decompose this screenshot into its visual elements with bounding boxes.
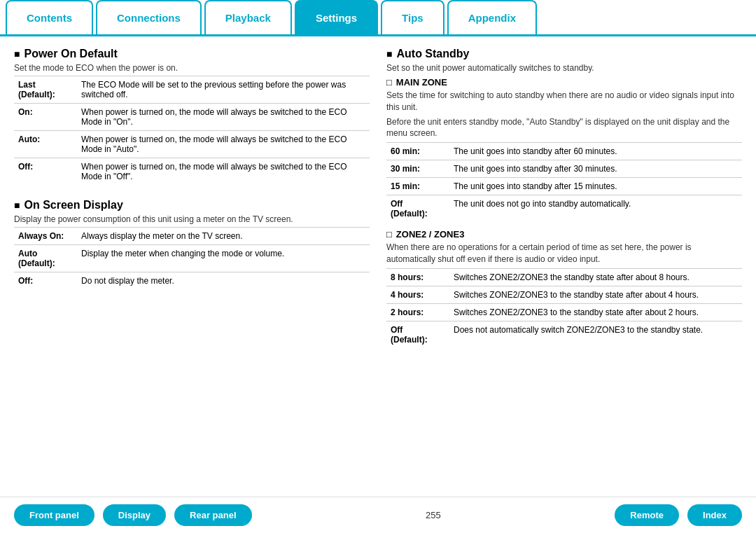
table-row: Off (Default): The unit does not go into… (386, 195, 742, 223)
table-row: Last (Default): The ECO Mode will be set… (14, 76, 370, 104)
main-zone-desc2: Before the unit enters standby mode, "Au… (386, 116, 742, 140)
row-value: The ECO Mode will be set to the previous… (77, 76, 370, 104)
row-label: 4 hours: (386, 286, 449, 303)
remote-button[interactable]: Remote (615, 504, 679, 526)
row-value: When power is turned on, the mode will a… (77, 131, 370, 158)
row-value: Switches ZONE2/ZONE3 the standby state a… (449, 268, 742, 286)
bottom-nav: Front panel Display Rear panel 255 Remot… (0, 497, 756, 533)
row-value: Does not automatically switch ZONE2/ZONE… (449, 321, 742, 348)
row-value: The unit does not go into standby automa… (449, 195, 742, 223)
row-label: On: (14, 104, 77, 131)
table-row: Off: When power is turned on, the mode w… (14, 158, 370, 186)
table-row: 15 min: The unit goes into standby after… (386, 178, 742, 195)
auto-standby-desc: Set so the unit power automatically swit… (386, 63, 742, 73)
bottom-right-buttons: Remote Index (615, 504, 742, 526)
table-row: Auto (Default): Display the meter when c… (14, 245, 370, 272)
row-value: When power is turned on, the mode will a… (77, 158, 370, 186)
row-label: Off (Default): (386, 321, 449, 348)
on-screen-title: On Screen Display (14, 199, 370, 212)
power-on-table: Last (Default): The ECO Mode will be set… (14, 76, 370, 185)
main-zone-desc1: Sets the time for switching to auto stan… (386, 90, 742, 113)
row-label: 30 min: (386, 160, 449, 178)
bottom-left-buttons: Front panel Display Rear panel (14, 504, 252, 526)
tab-contents[interactable]: Contents (6, 0, 93, 34)
top-nav: Contents Connections Playback Settings T… (0, 0, 756, 36)
power-on-section: Power On Default Set the mode to ECO whe… (14, 48, 370, 185)
page-number: 255 (426, 510, 441, 520)
table-row: 2 hours: Switches ZONE2/ZONE3 to the sta… (386, 303, 742, 321)
row-value: Switches ZONE2/ZONE3 to the standby stat… (449, 286, 742, 303)
right-column: Auto Standby Set so the unit power autom… (386, 48, 742, 491)
rear-panel-button[interactable]: Rear panel (174, 504, 251, 526)
auto-standby-section: Auto Standby Set so the unit power autom… (386, 48, 742, 348)
power-on-desc: Set the mode to ECO when the power is on… (14, 63, 370, 73)
zone23-desc: When there are no operations for a certa… (386, 242, 742, 265)
table-row: 8 hours: Switches ZONE2/ZONE3 the standb… (386, 268, 742, 286)
tab-tips[interactable]: Tips (381, 0, 444, 34)
row-label: Off: (14, 272, 77, 290)
table-row: 4 hours: Switches ZONE2/ZONE3 to the sta… (386, 286, 742, 303)
row-label: 8 hours: (386, 268, 449, 286)
on-screen-desc: Display the power consumption of this un… (14, 214, 370, 224)
table-row: Off: Do not display the meter. (14, 272, 370, 290)
main-zone-table: 60 min: The unit goes into standby after… (386, 142, 742, 222)
main-content: Power On Default Set the mode to ECO whe… (0, 36, 756, 497)
on-screen-section: On Screen Display Display the power cons… (14, 199, 370, 289)
row-label: Off: (14, 158, 77, 186)
zone23-subtitle: ZONE2 / ZONE3 (386, 229, 742, 240)
auto-standby-title: Auto Standby (386, 48, 742, 60)
tab-connections[interactable]: Connections (96, 0, 202, 34)
index-button[interactable]: Index (687, 504, 742, 526)
row-value: Always display the meter on the TV scree… (77, 228, 370, 245)
main-zone-subtitle: MAIN ZONE (386, 77, 742, 88)
left-column: Power On Default Set the mode to ECO whe… (14, 48, 370, 491)
row-value: Do not display the meter. (77, 272, 370, 290)
tab-settings[interactable]: Settings (295, 0, 378, 34)
row-value: The unit goes into standby after 15 minu… (449, 178, 742, 195)
table-row: On: When power is turned on, the mode wi… (14, 104, 370, 131)
row-label: 15 min: (386, 178, 449, 195)
row-value: The unit goes into standby after 60 minu… (449, 143, 742, 160)
display-button[interactable]: Display (103, 504, 166, 526)
power-on-title: Power On Default (14, 48, 370, 60)
tab-playback[interactable]: Playback (204, 0, 292, 34)
table-row: Off (Default): Does not automatically sw… (386, 321, 742, 348)
row-label: Off (Default): (386, 195, 449, 223)
table-row: Always On: Always display the meter on t… (14, 228, 370, 245)
row-label: Auto (Default): (14, 245, 77, 272)
tab-appendix[interactable]: Appendix (447, 0, 537, 34)
row-value: When power is turned on, the mode will a… (77, 104, 370, 131)
row-label: 60 min: (386, 143, 449, 160)
row-label: Last (Default): (14, 76, 77, 104)
zone23-table: 8 hours: Switches ZONE2/ZONE3 the standb… (386, 268, 742, 348)
table-row: 30 min: The unit goes into standby after… (386, 160, 742, 178)
row-label: 2 hours: (386, 303, 449, 321)
row-value: Switches ZONE2/ZONE3 to the standby stat… (449, 303, 742, 321)
row-value: Display the meter when changing the mode… (77, 245, 370, 272)
row-label: Always On: (14, 228, 77, 245)
table-row: 60 min: The unit goes into standby after… (386, 143, 742, 160)
row-label: Auto: (14, 131, 77, 158)
on-screen-table: Always On: Always display the meter on t… (14, 227, 370, 289)
table-row: Auto: When power is turned on, the mode … (14, 131, 370, 158)
front-panel-button[interactable]: Front panel (14, 504, 94, 526)
row-value: The unit goes into standby after 30 minu… (449, 160, 742, 178)
